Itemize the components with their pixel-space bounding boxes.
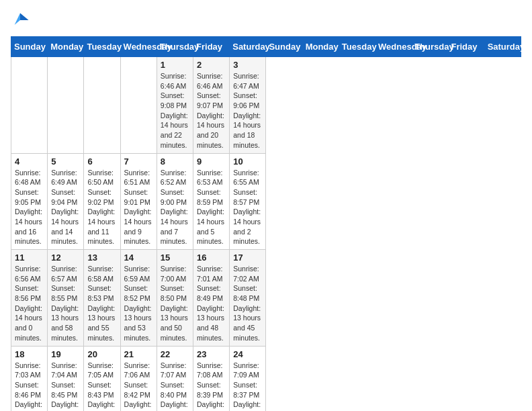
- calendar-cell: [120, 57, 157, 154]
- calendar-cell: 16Sunrise: 7:01 AM Sunset: 8:49 PM Dayli…: [193, 250, 230, 347]
- calendar-cell: 3Sunrise: 6:47 AM Sunset: 9:06 PM Daylig…: [230, 57, 266, 154]
- svg-marker-1: [15, 13, 20, 26]
- day-detail: Sunrise: 6:59 AM Sunset: 8:52 PM Dayligh…: [124, 264, 153, 343]
- calendar-cell: 17Sunrise: 7:02 AM Sunset: 8:48 PM Dayli…: [230, 250, 266, 347]
- day-number: 21: [124, 349, 153, 359]
- day-detail: Sunrise: 6:46 AM Sunset: 9:08 PM Dayligh…: [161, 71, 189, 150]
- day-number: 7: [124, 156, 153, 167]
- day-detail: Sunrise: 6:57 AM Sunset: 8:55 PM Dayligh…: [51, 264, 80, 343]
- calendar-cell: 7Sunrise: 6:51 AM Sunset: 9:01 PM Daylig…: [120, 153, 157, 250]
- calendar-cell: 1Sunrise: 6:46 AM Sunset: 9:08 PM Daylig…: [157, 57, 193, 154]
- day-of-week-header: Tuesday: [339, 37, 375, 57]
- calendar-cell: 18Sunrise: 7:03 AM Sunset: 8:46 PM Dayli…: [11, 346, 48, 411]
- calendar-cell: 9Sunrise: 6:53 AM Sunset: 8:59 PM Daylig…: [193, 153, 230, 250]
- calendar-week-row: 1Sunrise: 6:46 AM Sunset: 9:08 PM Daylig…: [11, 57, 521, 154]
- calendar-cell: 4Sunrise: 6:48 AM Sunset: 9:05 PM Daylig…: [11, 153, 48, 250]
- day-of-week-header: Friday: [448, 37, 484, 57]
- calendar-cell: 14Sunrise: 6:59 AM Sunset: 8:52 PM Dayli…: [120, 250, 157, 347]
- calendar-cell: [11, 57, 48, 154]
- day-number: 24: [233, 349, 262, 359]
- day-detail: Sunrise: 6:53 AM Sunset: 8:59 PM Dayligh…: [197, 168, 226, 247]
- calendar-week-row: 4Sunrise: 6:48 AM Sunset: 9:05 PM Daylig…: [11, 153, 521, 250]
- day-detail: Sunrise: 7:02 AM Sunset: 8:48 PM Dayligh…: [233, 264, 262, 343]
- calendar-cell: 11Sunrise: 6:56 AM Sunset: 8:56 PM Dayli…: [11, 250, 48, 347]
- day-number: 10: [233, 156, 262, 167]
- day-detail: Sunrise: 6:46 AM Sunset: 9:07 PM Dayligh…: [197, 71, 226, 150]
- calendar-cell: 2Sunrise: 6:46 AM Sunset: 9:07 PM Daylig…: [193, 57, 230, 154]
- calendar-cell: 10Sunrise: 6:55 AM Sunset: 8:57 PM Dayli…: [230, 153, 266, 250]
- day-number: 11: [15, 253, 44, 263]
- day-number: 12: [51, 253, 80, 263]
- day-number: 8: [161, 156, 189, 167]
- day-of-week-header: Saturday: [484, 37, 521, 57]
- calendar-cell: 13Sunrise: 6:58 AM Sunset: 8:53 PM Dayli…: [84, 250, 120, 347]
- day-detail: Sunrise: 6:50 AM Sunset: 9:02 PM Dayligh…: [87, 168, 116, 247]
- day-of-week-header: Monday: [302, 37, 339, 57]
- calendar-cell: 6Sunrise: 6:50 AM Sunset: 9:02 PM Daylig…: [84, 153, 120, 250]
- day-detail: Sunrise: 7:08 AM Sunset: 8:39 PM Dayligh…: [197, 361, 226, 412]
- day-detail: Sunrise: 6:51 AM Sunset: 9:01 PM Dayligh…: [124, 168, 153, 247]
- day-number: 4: [15, 156, 44, 167]
- day-number: 17: [233, 253, 262, 263]
- calendar-cell: 12Sunrise: 6:57 AM Sunset: 8:55 PM Dayli…: [48, 250, 84, 347]
- day-of-week-header: Thursday: [157, 37, 193, 57]
- day-detail: Sunrise: 7:01 AM Sunset: 8:49 PM Dayligh…: [197, 264, 226, 343]
- day-number: 13: [87, 253, 116, 263]
- day-number: 19: [51, 349, 80, 359]
- calendar-cell: 8Sunrise: 6:52 AM Sunset: 9:00 PM Daylig…: [157, 153, 193, 250]
- day-detail: Sunrise: 7:03 AM Sunset: 8:46 PM Dayligh…: [15, 361, 44, 412]
- calendar-cell: 24Sunrise: 7:09 AM Sunset: 8:37 PM Dayli…: [230, 346, 266, 411]
- day-number: 22: [161, 349, 189, 359]
- day-number: 3: [233, 60, 262, 70]
- day-number: 15: [161, 253, 189, 263]
- day-number: 1: [161, 60, 189, 70]
- logo-icon: [11, 11, 30, 30]
- day-of-week-header: Monday: [48, 37, 84, 57]
- calendar-cell: 23Sunrise: 7:08 AM Sunset: 8:39 PM Dayli…: [193, 346, 230, 411]
- calendar-cell: 22Sunrise: 7:07 AM Sunset: 8:40 PM Dayli…: [157, 346, 193, 411]
- day-of-week-header: Sunday: [11, 37, 48, 57]
- day-detail: Sunrise: 6:48 AM Sunset: 9:05 PM Dayligh…: [15, 168, 44, 247]
- logo: [11, 11, 32, 30]
- calendar-week-row: 18Sunrise: 7:03 AM Sunset: 8:46 PM Dayli…: [11, 346, 521, 411]
- day-of-week-header: Wednesday: [120, 37, 157, 57]
- day-detail: Sunrise: 7:04 AM Sunset: 8:45 PM Dayligh…: [51, 361, 80, 412]
- svg-marker-0: [20, 13, 29, 21]
- day-number: 2: [197, 60, 226, 70]
- day-number: 16: [197, 253, 226, 263]
- day-of-week-header: Wednesday: [375, 37, 412, 57]
- calendar-cell: [84, 57, 120, 154]
- day-number: 9: [197, 156, 226, 167]
- day-of-week-header: Thursday: [412, 37, 448, 57]
- calendar-cell: 19Sunrise: 7:04 AM Sunset: 8:45 PM Dayli…: [48, 346, 84, 411]
- calendar-cell: [48, 57, 84, 154]
- page-header: [11, 11, 521, 30]
- day-detail: Sunrise: 6:58 AM Sunset: 8:53 PM Dayligh…: [87, 264, 116, 343]
- day-detail: Sunrise: 7:00 AM Sunset: 8:50 PM Dayligh…: [161, 264, 189, 343]
- calendar-cell: 15Sunrise: 7:00 AM Sunset: 8:50 PM Dayli…: [157, 250, 193, 347]
- day-detail: Sunrise: 7:05 AM Sunset: 8:43 PM Dayligh…: [87, 361, 116, 412]
- day-number: 5: [51, 156, 80, 167]
- day-number: 18: [15, 349, 44, 359]
- day-detail: Sunrise: 6:52 AM Sunset: 9:00 PM Dayligh…: [161, 168, 189, 247]
- day-number: 23: [197, 349, 226, 359]
- calendar-cell: 21Sunrise: 7:06 AM Sunset: 8:42 PM Dayli…: [120, 346, 157, 411]
- day-detail: Sunrise: 6:56 AM Sunset: 8:56 PM Dayligh…: [15, 264, 44, 343]
- day-detail: Sunrise: 7:07 AM Sunset: 8:40 PM Dayligh…: [161, 361, 189, 412]
- day-of-week-header: Tuesday: [84, 37, 120, 57]
- day-detail: Sunrise: 6:55 AM Sunset: 8:57 PM Dayligh…: [233, 168, 262, 247]
- day-detail: Sunrise: 7:09 AM Sunset: 8:37 PM Dayligh…: [233, 361, 262, 412]
- day-number: 14: [124, 253, 153, 263]
- day-of-week-header: Friday: [193, 37, 230, 57]
- day-detail: Sunrise: 7:06 AM Sunset: 8:42 PM Dayligh…: [124, 361, 153, 412]
- calendar-week-row: 11Sunrise: 6:56 AM Sunset: 8:56 PM Dayli…: [11, 250, 521, 347]
- day-of-week-header: Sunday: [266, 37, 302, 57]
- day-number: 20: [87, 349, 116, 359]
- day-detail: Sunrise: 6:49 AM Sunset: 9:04 PM Dayligh…: [51, 168, 80, 247]
- day-number: 6: [87, 156, 116, 167]
- calendar-table: SundayMondayTuesdayWednesdayThursdayFrid…: [11, 36, 521, 411]
- day-detail: Sunrise: 6:47 AM Sunset: 9:06 PM Dayligh…: [233, 71, 262, 150]
- calendar-cell: 5Sunrise: 6:49 AM Sunset: 9:04 PM Daylig…: [48, 153, 84, 250]
- calendar-header-row: SundayMondayTuesdayWednesdayThursdayFrid…: [11, 37, 521, 57]
- day-of-week-header: Saturday: [230, 37, 266, 57]
